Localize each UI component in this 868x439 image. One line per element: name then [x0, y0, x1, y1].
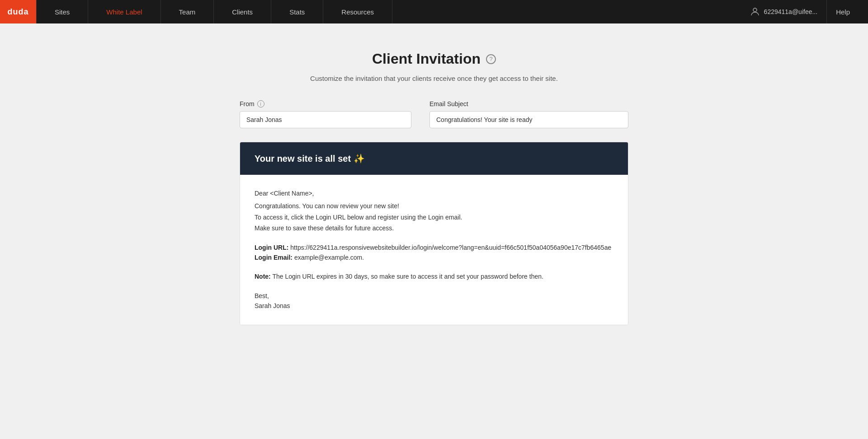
email-greeting: Dear <Client Name>, — [255, 188, 613, 198]
email-note: Note: The Login URL expires in 30 days, … — [255, 271, 613, 281]
page-subtitle: Customize the invitation that your clien… — [240, 75, 628, 82]
email-login-url-line: Login URL: https://6229411a.responsivewe… — [255, 243, 613, 252]
email-body-line3: Make sure to save these details for futu… — [255, 223, 613, 233]
subject-label: Email Subject — [429, 100, 628, 107]
nav-items: Sites White Label Team Clients Stats Res… — [36, 0, 750, 23]
login-email-label: Login Email: — [255, 254, 292, 261]
logo[interactable]: duda — [0, 0, 36, 23]
login-url-value: https://6229411a.responsivewebsitebuilde… — [290, 244, 611, 251]
note-label: Note: — [255, 273, 271, 280]
page-title-help-icon[interactable]: ? — [486, 54, 496, 64]
login-email-value: example@example.com. — [294, 254, 364, 261]
email-preview-body: Dear <Client Name>, Congratulations. You… — [240, 175, 628, 325]
email-preview: Your new site is all set ✨ Dear <Client … — [240, 142, 628, 325]
logo-text: duda — [8, 7, 29, 17]
svg-point-0 — [753, 8, 757, 12]
email-login-section: Login URL: https://6229411a.responsivewe… — [255, 243, 613, 263]
top-navigation: duda Sites White Label Team Clients Stat… — [0, 0, 868, 23]
nav-item-sites[interactable]: Sites — [36, 0, 88, 23]
form-row: From i Email Subject — [240, 100, 628, 128]
from-input[interactable] — [240, 111, 411, 128]
nav-item-resources[interactable]: Resources — [323, 0, 392, 23]
email-body-line2: To access it, click the Login URL below … — [255, 212, 613, 222]
main-content: Client Invitation ? Customize the invita… — [231, 23, 637, 352]
email-closing: Best, Sarah Jonas — [255, 291, 613, 311]
user-icon — [750, 6, 760, 17]
nav-item-stats[interactable]: Stats — [271, 0, 323, 23]
nav-item-clients[interactable]: Clients — [214, 0, 271, 23]
from-form-group: From i — [240, 100, 411, 128]
from-label: From i — [240, 100, 411, 107]
page-title: Client Invitation ? — [372, 51, 496, 67]
email-closing-line1: Best, — [255, 291, 613, 301]
email-header-title: Your new site is all set ✨ — [255, 154, 365, 163]
email-login-email-line: Login Email: example@example.com. — [255, 252, 613, 262]
user-email: 6229411a@uifee... — [764, 8, 818, 15]
page-title-wrap: Client Invitation ? — [240, 51, 628, 67]
nav-item-team[interactable]: Team — [161, 0, 214, 23]
subject-form-group: Email Subject — [429, 100, 628, 128]
email-body-line1: Congratulations. You can now review your… — [255, 201, 613, 211]
subject-input[interactable] — [429, 111, 628, 128]
email-preview-header: Your new site is all set ✨ — [240, 142, 628, 175]
note-text: The Login URL expires in 30 days, so mak… — [272, 273, 543, 280]
login-url-label: Login URL: — [255, 244, 288, 251]
nav-right: 6229411a@uifee... Help — [750, 0, 868, 23]
email-closing-line2: Sarah Jonas — [255, 301, 613, 311]
email-intro-section: Congratulations. You can now review your… — [255, 201, 613, 233]
from-info-icon[interactable]: i — [257, 100, 264, 107]
nav-user[interactable]: 6229411a@uifee... — [750, 6, 818, 17]
nav-item-white-label[interactable]: White Label — [88, 0, 160, 23]
nav-help[interactable]: Help — [826, 0, 859, 23]
